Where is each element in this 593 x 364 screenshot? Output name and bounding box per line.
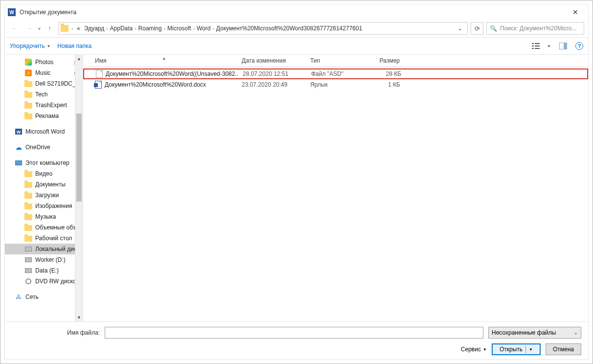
breadcrumb-segment[interactable]: AppData (109, 25, 134, 32)
folder-icon (24, 112, 32, 120)
column-type[interactable]: Тип (306, 57, 365, 64)
help-button[interactable]: ? (575, 42, 583, 50)
folder-icon (24, 202, 32, 210)
file-icon (96, 70, 103, 78)
folder-icon (24, 213, 32, 221)
sidebar-item[interactable]: Рабочий стол (5, 233, 83, 244)
chevron-right-icon: › (134, 26, 137, 31)
sidebar-item[interactable]: Объемные объ (5, 222, 83, 233)
file-list-pane: ▲ Имя Дата изменения Тип Размер Документ… (83, 55, 588, 321)
word-icon: W (15, 128, 23, 135)
sidebar-item[interactable]: Photos📌 (5, 57, 83, 68)
drive-icon (24, 245, 32, 253)
file-icon (95, 81, 102, 89)
view-dropdown[interactable]: ▼ (547, 44, 551, 48)
titlebar: W Открытие документа ✕ (5, 5, 588, 20)
network-icon: 🖧 (15, 293, 23, 301)
file-size: 1 КБ (365, 81, 404, 88)
sidebar-item[interactable]: ♪Music📌 (5, 68, 83, 78)
column-name[interactable]: ▲ Имя (91, 57, 238, 64)
navigation-tree: Photos📌♪Music📌Dell S2719DC_SWTechTrashEx… (5, 55, 83, 321)
sidebar-item[interactable]: Документы (5, 179, 83, 190)
breadcrumb-segment[interactable]: Документ%20Microsoft%20Word3082677726142… (215, 25, 364, 32)
address-bar[interactable]: › « Эдуард›AppData›Roaming›Microsoft›Wor… (58, 22, 468, 35)
sidebar-item-label: Music (35, 69, 50, 76)
sidebar-item-label: Локальный дис (35, 246, 77, 252)
folder-icon (24, 224, 32, 231)
file-type-filter[interactable]: Несохраненные файлы ⌄ (488, 327, 581, 339)
dvd-icon (24, 277, 32, 285)
file-row[interactable]: Документ%20Microsoft%20Word((Unsaved-308… (83, 68, 588, 79)
column-date[interactable]: Дата изменения (238, 57, 306, 64)
file-type: Файл "ASD" (307, 70, 366, 77)
open-split-dropdown[interactable]: ▼ (529, 347, 533, 352)
sidebar-item[interactable]: Видео (5, 168, 83, 179)
main-area: Photos📌♪Music📌Dell S2719DC_SWTechTrashEx… (5, 55, 588, 321)
close-button[interactable]: ✕ (566, 8, 585, 16)
breadcrumb-segment[interactable]: Word (196, 25, 211, 32)
refresh-button[interactable]: ⟳ (471, 22, 483, 35)
breadcrumb-segment[interactable]: Microsoft (166, 25, 192, 32)
sidebar-item[interactable]: Изображения (5, 201, 83, 211)
nav-back-button[interactable]: ← (9, 23, 21, 34)
sidebar-item-word[interactable]: W Microsoft Word (5, 126, 83, 137)
cancel-button[interactable]: Отмена (546, 343, 581, 355)
sidebar-item-label: DVD RW дисков (35, 278, 79, 285)
preview-pane-button[interactable] (558, 41, 569, 51)
filename-input[interactable] (105, 327, 483, 339)
sidebar-scrollbar[interactable]: ▲ ▼ (75, 55, 83, 321)
sidebar-item-label: Photos (35, 59, 53, 66)
address-dropdown[interactable]: ⌄ (455, 25, 465, 32)
file-name: Документ%20Microsoft%20Word.docx (105, 81, 206, 88)
open-button[interactable]: Открыть ▼ (492, 343, 541, 355)
chevron-right-icon: › (211, 26, 215, 31)
sidebar-item[interactable]: Музыка (5, 211, 83, 222)
new-folder-button[interactable]: Новая папка (57, 43, 91, 49)
sidebar-item[interactable]: Worker (D:) (5, 254, 83, 265)
breadcrumb-overflow[interactable]: « (76, 25, 81, 32)
folder-icon (24, 80, 32, 88)
chevron-down-icon: ⌄ (574, 330, 578, 335)
sidebar-item[interactable]: Data (E:) (5, 265, 83, 276)
nav-forward-button[interactable]: → (23, 23, 35, 34)
sidebar-item-onedrive[interactable]: ☁ OneDrive (5, 142, 83, 153)
nav-recent-dropdown[interactable]: ▾ (38, 26, 41, 31)
sidebar-item-network[interactable]: 🖧 Сеть (5, 292, 83, 302)
dialog-footer: Имя файла: Несохраненные файлы ⌄ Сервис▼… (5, 321, 588, 359)
file-row[interactable]: Документ%20Microsoft%20Word.docx23.07.20… (83, 79, 588, 90)
scroll-thumb[interactable] (76, 114, 82, 202)
sidebar-item-label: TrashExpert (35, 102, 67, 109)
svg-rect-1 (532, 46, 534, 46)
column-size[interactable]: Размер (365, 57, 404, 64)
tools-button[interactable]: Сервис▼ (461, 346, 487, 353)
folder-icon (24, 181, 32, 188)
breadcrumb-segment[interactable]: Roaming (137, 25, 163, 32)
search-input[interactable]: 🔍 Поиск: Документ%20Micro... (486, 22, 584, 35)
svg-rect-7 (564, 43, 567, 49)
breadcrumb-segment[interactable]: Эдуард (83, 25, 105, 32)
nav-up-button[interactable]: ↑ (44, 23, 55, 34)
open-file-dialog: W Открытие документа ✕ ← → ▾ ↑ › « Эдуар… (0, 0, 593, 364)
sidebar-item[interactable]: TrashExpert (5, 100, 83, 111)
sidebar-item-label: Музыка (35, 213, 56, 220)
scroll-up-icon[interactable]: ▲ (75, 55, 83, 63)
view-options-button[interactable] (530, 41, 541, 51)
sidebar-item[interactable]: Загрузки (5, 190, 83, 201)
file-size: 28 КБ (366, 70, 405, 77)
drive-icon (24, 267, 32, 274)
dialog-title: Открытие документа (20, 9, 566, 16)
word-app-icon: W (8, 8, 16, 16)
sidebar-item-label: Рабочий стол (35, 235, 72, 242)
svg-rect-4 (535, 46, 540, 46)
sidebar-item-thispc[interactable]: Этот компьютер (5, 158, 83, 168)
organize-button[interactable]: Упорядочить▼ (10, 43, 50, 49)
sidebar-item[interactable]: Реклама (5, 111, 83, 121)
folder-icon (61, 25, 68, 32)
scroll-down-icon[interactable]: ▼ (75, 314, 83, 321)
sidebar-item[interactable]: Dell S2719DC_SW (5, 78, 83, 89)
file-rows: Документ%20Microsoft%20Word((Unsaved-308… (83, 67, 588, 321)
sidebar-item[interactable]: DVD RW дисков (5, 276, 83, 287)
sidebar-item[interactable]: Локальный дис (5, 244, 83, 254)
sidebar-item[interactable]: Tech (5, 89, 83, 100)
file-name: Документ%20Microsoft%20Word((Unsaved-308… (106, 70, 239, 77)
